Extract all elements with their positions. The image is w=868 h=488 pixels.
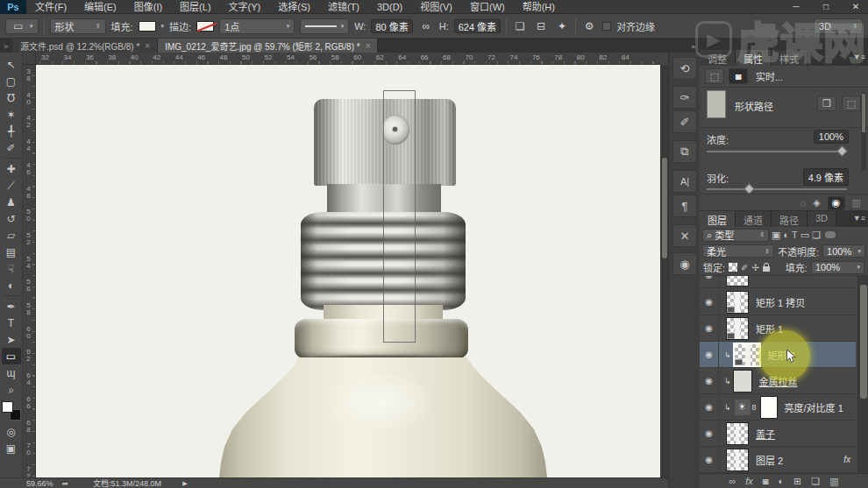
properties-scrollbar[interactable] [861, 92, 866, 171]
eye-icon[interactable]: ◉ [700, 342, 719, 368]
layer-name[interactable]: 亮度/对比度 1 [785, 400, 843, 414]
layer-name[interactable]: 图层 2 [756, 453, 783, 467]
tab-layers[interactable]: 图层 [700, 211, 736, 227]
screen-mode-button[interactable]: ▣ [2, 440, 21, 456]
vertical-scrollbar-thumb[interactable] [662, 158, 667, 258]
layer-row[interactable]: ◉ 盖子 [700, 421, 856, 447]
lock-position-icon[interactable]: ✢ [751, 263, 758, 272]
filter-type-select[interactable]: ⌕类型 ⇕ [702, 229, 769, 242]
layer-style-fx-icon[interactable]: fx [745, 476, 753, 486]
menu-filter[interactable]: 滤镜(T) [319, 0, 368, 14]
crop-tool[interactable]: ╃ [2, 123, 21, 139]
opacity-select[interactable]: 100%▾ [822, 244, 865, 258]
character-panel-button[interactable]: A| [672, 170, 697, 193]
history-brush-tool[interactable]: ↺ [2, 210, 21, 227]
expand-panels-icon[interactable]: » [692, 43, 695, 51]
move-tool[interactable]: ↖ [2, 56, 21, 73]
type-tool[interactable]: T [2, 315, 21, 331]
tab-paths[interactable]: 路径 [772, 211, 808, 227]
close-button[interactable]: ✕ [847, 0, 864, 14]
creative-cloud-button[interactable]: ◉ [672, 252, 697, 275]
eye-icon[interactable]: ◉ [700, 394, 719, 421]
menu-3d[interactable]: 3D(D) [368, 0, 411, 14]
zoom-tool[interactable]: ⌕ [2, 381, 21, 398]
dodge-tool[interactable]: ◐ [2, 277, 21, 294]
close-icon[interactable]: × [366, 41, 371, 51]
live-shape-properties-icon[interactable]: ⬚ [705, 68, 724, 84]
filter-type-icon[interactable]: T [792, 230, 798, 240]
shape-path-icon[interactable]: ⬚ [842, 95, 861, 111]
layer-thumbnail[interactable] [726, 276, 749, 286]
menu-help[interactable]: 帮助(H) [514, 0, 564, 14]
layer-mask-thumbnail[interactable] [760, 396, 778, 419]
filter-toggle[interactable] [825, 231, 836, 238]
share-icon[interactable]: ➦ [62, 479, 69, 488]
lock-all-icon[interactable] [763, 266, 770, 272]
eye-icon[interactable]: ◉ [700, 276, 719, 288]
vertical-scrollbar[interactable] [660, 65, 668, 477]
height-input[interactable]: 624 像素 [454, 19, 501, 33]
close-icon[interactable]: × [145, 41, 150, 51]
load-selection-icon[interactable]: ◌ [800, 198, 807, 209]
tab-properties[interactable]: 属性 [736, 50, 772, 66]
menu-type[interactable]: 文字(Y) [220, 0, 270, 14]
filter-shape-icon[interactable]: ▭ [800, 230, 809, 241]
document-tab-active[interactable]: IMG_0212_爱奇艺.jpg @ 59.7% (矩形 2, RGB/8) *… [158, 39, 378, 53]
hand-tool[interactable]: ɰ [2, 364, 21, 381]
add-mask-icon[interactable]: ◙ [763, 476, 769, 486]
adjustment-layer-icon[interactable]: ◐ [778, 476, 784, 486]
tab-3d[interactable]: 3D [808, 211, 836, 227]
tab-styles[interactable]: 样式 [772, 50, 808, 66]
filter-pixel-icon[interactable]: ▣ [772, 230, 780, 241]
filter-smart-object-icon[interactable]: ❏ [812, 230, 821, 241]
layer-row[interactable]: ◉ 矩形 1 拷贝 [700, 289, 856, 315]
panel-menu-icon[interactable]: ▼≡ [853, 214, 865, 223]
brush-tool[interactable]: ⟋ [2, 177, 21, 194]
tool-mode-select[interactable]: 形状⇕ [50, 18, 106, 34]
stroke-swatch[interactable] [196, 21, 214, 32]
eyedropper-tool[interactable]: ✐ [2, 139, 21, 156]
rectangle-shape-path[interactable] [383, 90, 416, 343]
layer-thumbnail[interactable] [726, 291, 749, 314]
layer-thumbnail[interactable] [733, 370, 752, 393]
document-tab-source[interactable]: 源文件.psd @ 12.2%(RGB/8) * × [13, 39, 158, 53]
menu-file[interactable]: 文件(F) [26, 0, 75, 14]
magic-wand-tool[interactable]: ✶ [2, 106, 21, 123]
layer-row[interactable]: ◉ 图层 2 fx [700, 447, 856, 473]
workspace-switcher[interactable]: 3D⇕ [814, 18, 863, 34]
add-mask-icon[interactable]: ❒ [817, 95, 836, 111]
path-selection-tool[interactable]: ➤ [2, 331, 21, 348]
filter-adjustment-icon[interactable]: ◐ [783, 230, 789, 240]
menu-edit[interactable]: 编辑(E) [75, 0, 125, 14]
visibility-eye-icon[interactable]: ◉ [828, 196, 845, 210]
density-slider[interactable] [707, 151, 847, 152]
fill-swatch[interactable] [139, 21, 156, 32]
menu-image[interactable]: 图像(I) [125, 0, 171, 14]
tab-channels[interactable]: 通道 [736, 211, 772, 227]
layer-thumbnail[interactable] [733, 343, 761, 367]
eraser-tool[interactable]: ▱ [2, 227, 21, 244]
stroke-width-select[interactable]: 1点▾ [219, 18, 295, 34]
layer-thumbnail[interactable] [726, 422, 749, 445]
maximize-button[interactable]: □ [817, 0, 835, 14]
blend-mode-select[interactable]: 柔光⇕ [702, 244, 774, 258]
layers-scrollbar[interactable]: ▲ ▼ [857, 276, 868, 488]
masks-icon[interactable]: ◙ [729, 68, 748, 84]
apply-mask-icon[interactable]: ◈ [813, 197, 820, 209]
eye-icon[interactable]: ◉ [700, 447, 719, 473]
clone-stamp-tool[interactable]: ♟ [2, 194, 21, 210]
layer-row[interactable]: ◉ ↳ ☀ 8 亮度/对比度 1 [700, 394, 856, 421]
lasso-tool[interactable]: ℧ [2, 89, 21, 106]
smudge-tool[interactable]: ☟ [2, 260, 21, 277]
lock-transparency-icon[interactable] [729, 263, 737, 272]
horizontal-ruler[interactable]: 3234363840424446485052545658606264666870… [36, 53, 660, 65]
feather-value[interactable]: 4.9 像素 [803, 168, 849, 186]
vertical-ruler[interactable]: 384042444648505254565860626466687072 [23, 65, 36, 477]
eye-icon[interactable]: ◉ [700, 421, 719, 447]
layer-name[interactable]: 盖子 [756, 427, 775, 441]
brush-settings-panel-button[interactable]: ✑ [672, 86, 697, 109]
menu-view[interactable]: 视图(V) [411, 0, 461, 14]
lock-pixels-icon[interactable]: ✐ [741, 263, 748, 272]
link-dimensions-icon[interactable]: ∞ [418, 20, 434, 32]
eye-icon[interactable]: ◉ [700, 289, 719, 315]
